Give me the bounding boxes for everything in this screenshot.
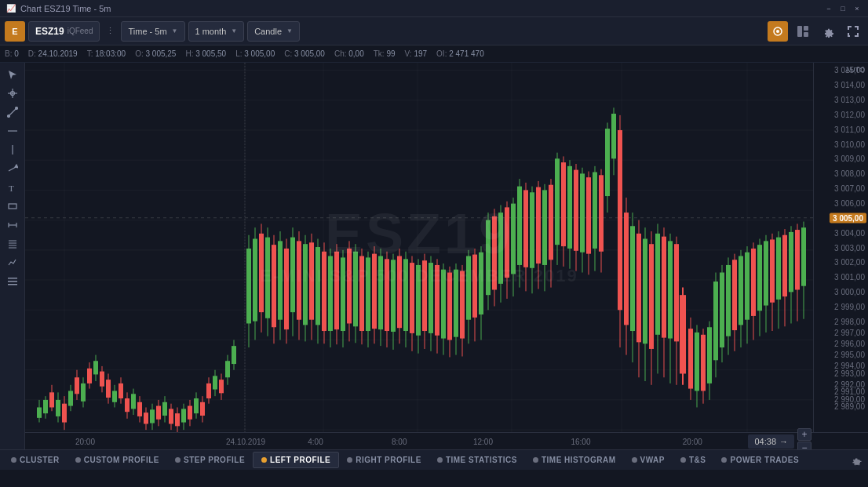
indicator-tool[interactable] [2,254,23,271]
cursor-tool[interactable] [2,66,23,83]
svg-rect-278 [764,241,768,305]
close-button[interactable]: × [852,4,862,13]
zoom-in-button[interactable]: + [797,428,811,441]
horizontal-line-tool[interactable] [2,122,23,140]
svg-rect-206 [536,187,541,263]
svg-rect-24 [8,278,17,279]
svg-rect-138 [322,252,326,331]
zoom-out-button[interactable]: − [797,442,811,449]
svg-rect-254 [688,329,693,388]
line-draw-tool[interactable] [2,104,23,121]
svg-rect-79 [131,394,136,409]
tab-label-cluster: CLUSTER [20,456,60,464]
price-3006: 3 006,00 [834,198,865,207]
svg-point-9 [7,115,9,118]
symbol-selector[interactable]: ESZ19 iQFeed [28,21,100,42]
svg-rect-53 [49,392,54,407]
price-2995: 2 995,00 [834,351,865,359]
tab-time-histogram[interactable]: TIME HISTOGRAM [525,452,624,467]
svg-rect-188 [479,253,483,314]
tab-label-ts: T&S [689,456,706,464]
toolbar-right-icons [768,21,863,42]
svg-rect-124 [278,241,283,319]
svg-rect-95 [181,409,186,422]
symbol-menu-dots[interactable]: ⋮ [103,26,118,36]
svg-rect-282 [776,238,781,300]
svg-rect-284 [782,235,787,296]
svg-rect-111 [232,346,236,364]
chart-type-dropdown[interactable]: Candle ▼ [247,21,300,42]
tab-cluster[interactable]: CLUSTER [3,452,67,467]
crosshair-tool[interactable] [2,85,23,102]
svg-rect-226 [599,175,604,251]
more-tools[interactable] [2,273,23,290]
tab-label-power-trades: POWER TRADES [730,456,799,464]
svg-rect-73 [112,391,117,402]
tab-label-vwap: VWAP [640,456,665,464]
tab-settings-gear[interactable] [848,452,865,469]
tab-ts[interactable]: T&S [673,452,714,467]
tab-right-profile[interactable]: RIGHT PROFILE [339,452,429,467]
timeframe-dropdown[interactable]: Time - 5m ▼ [121,21,184,42]
tab-left-profile[interactable]: LEFT PROFILE [253,452,339,468]
fullscreen-icon-btn[interactable] [843,21,863,42]
svg-rect-242 [649,244,654,349]
svg-rect-280 [770,239,775,302]
svg-rect-244 [655,234,660,335]
price-axis: AUTO 3 015,00 3 014,00 3 013,00 3 012,00… [813,63,868,432]
svg-rect-148 [353,252,358,327]
data-bar: B: 0 D: 24.10.2019 T: 18:03:00 O: 3 005,… [0,45,868,63]
tab-power-trades[interactable]: POWER TRADES [713,452,807,467]
fib-tool[interactable] [2,235,23,253]
svg-rect-218 [574,170,578,251]
rect-tool[interactable] [2,198,23,215]
tk-field: Tk: 99 [374,49,396,58]
chart-area[interactable]: ESZ19 E-MINI S&P 500 DECEMBER 2019 [25,63,813,432]
minimize-button[interactable]: − [824,4,833,13]
tab-step-profile[interactable]: STEP PROFILE [167,452,253,467]
tab-label-step-profile: STEP PROFILE [184,456,245,464]
tab-dot-vwap [632,457,637,463]
oi-field: OI: 2 471 470 [436,49,484,58]
tab-vwap[interactable]: VWAP [624,452,673,467]
svg-rect-224 [593,172,597,248]
svg-rect-128 [290,238,295,313]
price-3011: 3 011,00 [834,125,865,133]
price-3009: 3 009,00 [834,154,865,163]
tab-dot-right-profile [347,457,352,463]
range-label: 1 month [195,27,227,36]
c-field: C: 3 005,00 [284,49,325,58]
tab-custom-profile[interactable]: CUSTOM PROFILE [67,452,167,467]
watch-icon-btn[interactable] [768,21,788,42]
svg-rect-264 [720,273,724,348]
tab-time-statistics[interactable]: TIME STATISTICS [429,452,525,467]
svg-rect-268 [732,260,737,330]
measure-tool[interactable] [2,216,23,234]
time-label-400: 4:00 [308,437,323,445]
svg-rect-16 [9,204,16,209]
price-3004: 3 004,00 [834,228,865,237]
svg-point-10 [15,107,17,110]
svg-rect-272 [745,253,749,320]
clock-arrow: → [779,437,788,446]
tab-label-right-profile: RIGHT PROFILE [356,456,421,464]
svg-rect-166 [410,263,414,333]
window-controls: − □ × [824,4,862,13]
svg-rect-204 [530,192,534,267]
maximize-button[interactable]: □ [838,4,848,13]
layout-icon-btn[interactable] [793,21,813,42]
vertical-line-tool[interactable] [2,141,23,158]
tab-dot-time-statistics [437,457,443,463]
settings-icon-btn[interactable] [818,21,838,42]
svg-rect-248 [668,241,673,338]
window-title: Chart ESZ19 Time - 5m [20,4,111,13]
ray-tool[interactable] [2,160,23,177]
svg-rect-246 [662,237,666,338]
price-2989: 2 989,00 [834,402,865,411]
title-bar: 📈 Chart ESZ19 Time - 5m − □ × [0,0,868,17]
svg-rect-150 [359,256,364,331]
range-dropdown[interactable]: 1 month ▼ [188,21,245,42]
price-3015: 3 015,00 [834,66,865,75]
svg-rect-126 [284,249,289,329]
text-tool[interactable]: T [2,179,23,196]
